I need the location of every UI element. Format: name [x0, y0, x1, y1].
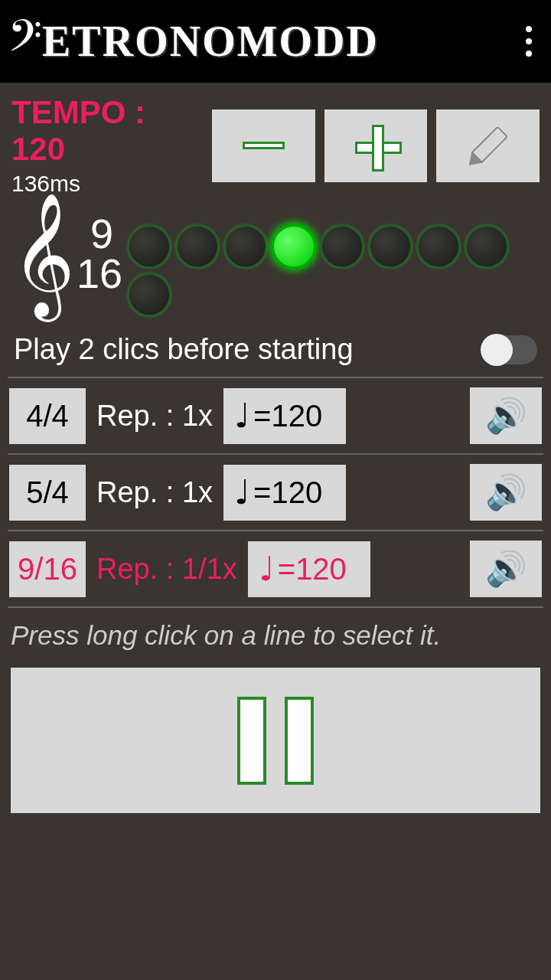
tempo-controls: TEMPO : 120 136ms: [0, 83, 551, 201]
pencil-icon: [458, 116, 518, 175]
divider: [8, 453, 543, 455]
sequence-row[interactable]: 5/4Rep. : 1x♩=120🔊: [0, 458, 551, 527]
speaker-icon: 🔊: [485, 549, 527, 589]
beat-indicator[interactable]: [319, 224, 365, 270]
note-icon: ♩: [234, 484, 250, 501]
treble-clef-icon: 𝄞: [11, 208, 75, 299]
repeat-label: Rep. : 1x: [96, 476, 213, 509]
time-sig-button[interactable]: 9/16: [9, 541, 86, 597]
tempo-plus-button[interactable]: [324, 109, 428, 182]
bass-clef-icon: 𝄢: [8, 15, 42, 68]
pause-icon: [237, 697, 266, 785]
clef-block: 𝄞 9 16: [11, 208, 122, 299]
tempo-label: TEMPO : 120: [11, 94, 203, 168]
beat-indicator[interactable]: [464, 224, 510, 270]
sound-button[interactable]: 🔊: [470, 541, 542, 597]
hint-text: Press long click on a line to select it.: [0, 611, 551, 660]
bpm-button[interactable]: ♩=120: [223, 465, 346, 521]
repeat-label: Rep. : 1/1x: [96, 553, 237, 586]
pause-icon: [285, 697, 314, 785]
sequence-row[interactable]: 9/16Rep. : 1/1x♩=120🔊: [0, 534, 551, 603]
edit-button[interactable]: [436, 109, 540, 182]
speaker-icon: 🔊: [485, 396, 527, 436]
beat-indicator[interactable]: [126, 272, 172, 318]
note-icon: ♩: [259, 560, 275, 577]
tempo-ms: 136ms: [11, 171, 203, 197]
bpm-button[interactable]: ♩=120: [223, 388, 346, 444]
divider: [8, 606, 543, 608]
minus-icon: [243, 142, 285, 149]
repeat-label: Rep. : 1x: [96, 400, 213, 433]
note-icon: ♩: [234, 407, 250, 424]
time-sig-button[interactable]: 4/4: [9, 388, 86, 444]
app-title: ETRONOMODD: [42, 17, 379, 66]
staff-display: 𝄞 9 16: [0, 201, 551, 325]
time-signature: 9 16: [77, 214, 122, 293]
tempo-minus-button[interactable]: [212, 109, 315, 182]
plus-icon: [355, 125, 397, 167]
divider: [8, 377, 543, 378]
time-sig-button[interactable]: 5/4: [9, 465, 86, 521]
sound-button[interactable]: 🔊: [470, 387, 542, 444]
beat-indicator[interactable]: [367, 224, 413, 270]
menu-icon[interactable]: [526, 26, 532, 57]
pause-button[interactable]: [11, 668, 540, 813]
beat-indicator[interactable]: [126, 224, 172, 270]
beat-indicators: [126, 208, 524, 318]
sequence-row[interactable]: 4/4Rep. : 1x♩=120🔊: [0, 381, 551, 450]
beat-indicator[interactable]: [174, 224, 220, 270]
app-header: 𝄢 ETRONOMODD: [0, 0, 551, 83]
bpm-button[interactable]: ♩=120: [248, 541, 370, 597]
pre-clicks-label: Play 2 clics before starting: [14, 333, 354, 366]
tempo-display: TEMPO : 120 136ms: [11, 94, 203, 197]
beat-indicator[interactable]: [416, 224, 461, 270]
speaker-icon: 🔊: [485, 472, 527, 512]
divider: [8, 530, 543, 531]
beat-indicator[interactable]: [271, 224, 317, 270]
beat-indicator[interactable]: [223, 224, 269, 270]
pre-clicks-row: Play 2 clics before starting: [0, 325, 551, 374]
app-logo: 𝄢 ETRONOMODD: [8, 15, 379, 68]
sound-button[interactable]: 🔊: [470, 464, 542, 521]
pre-clicks-toggle[interactable]: [482, 335, 537, 364]
